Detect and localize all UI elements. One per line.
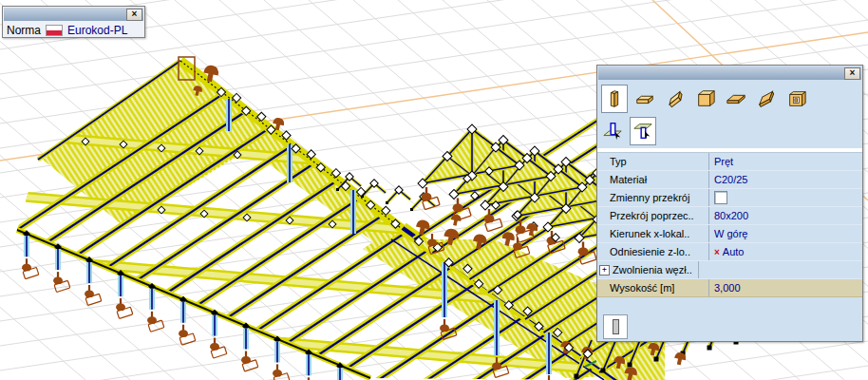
property-label: Przekrój poprzec.. (597, 207, 709, 224)
surface-inclined-icon[interactable] (753, 85, 780, 113)
member-type-icon-row (597, 81, 862, 113)
property-label: Zmienny przekrój (597, 189, 709, 206)
close-icon[interactable]: × (844, 67, 860, 80)
surface-vertical-icon[interactable] (692, 85, 719, 113)
property-label: Materiał (597, 171, 709, 188)
properties-table: Typ Pręt Materiał C20/25 Zmienny przekró… (597, 153, 862, 297)
property-value[interactable]: W górę (709, 228, 862, 239)
extrude-member-down-icon[interactable] (630, 117, 656, 145)
property-label: Typ (597, 153, 709, 170)
extrude-member-up-icon[interactable] (599, 117, 626, 145)
member-inclined-icon[interactable] (662, 85, 689, 113)
property-label: Kierunek x-lokal.. (597, 225, 709, 242)
property-value[interactable]: 3,000 (709, 282, 862, 294)
vertical-bar-icon (613, 319, 619, 334)
norma-toolbar: × Norma Eurokod-PL (2, 6, 145, 38)
norma-label: Norma (7, 24, 41, 37)
property-row-wysokosc: Wysokość [m] 3,000 (597, 279, 862, 297)
property-value-text: Auto (723, 246, 745, 257)
poland-flag-icon (46, 25, 63, 36)
property-row-kierunek: Kierunek x-lokal.. W górę (597, 225, 862, 243)
vertical-member-tool-button[interactable] (603, 314, 628, 339)
property-value (709, 191, 862, 204)
cad-application-viewport: { "norma_bar": { "label": "Norma", "stan… (0, 0, 868, 380)
property-label-text: Zwolnienia węzł.. (613, 264, 692, 276)
surface-opening-icon[interactable] (783, 85, 810, 113)
property-row-material: Materiał C20/25 (597, 171, 862, 189)
zmienny-przekroj-checkbox[interactable] (714, 191, 727, 204)
expand-plus-icon[interactable]: + (599, 265, 610, 276)
close-icon[interactable]: × (126, 9, 142, 21)
red-x-icon: × (714, 247, 720, 257)
property-row-typ: Typ Pręt (597, 153, 862, 171)
member-horizontal-icon[interactable] (632, 85, 658, 113)
property-label: +Zwolnienia węzł.. (597, 261, 699, 278)
property-row-odniesienie: Odniesienie z-lo.. ×Auto (597, 243, 862, 261)
property-value[interactable]: C20/25 (709, 174, 862, 185)
property-label: Wysokość [m] (597, 279, 709, 296)
surface-horizontal-icon[interactable] (723, 85, 749, 113)
extrude-icon-row (597, 113, 862, 145)
properties-panel-titlebar[interactable]: × (598, 66, 861, 80)
property-value[interactable]: Pręt (709, 156, 862, 167)
property-value[interactable]: 80x200 (709, 210, 862, 221)
property-value[interactable]: ×Auto (709, 246, 862, 257)
norma-toolbar-titlebar[interactable]: × (4, 8, 143, 21)
property-row-przekroj: Przekrój poprzec.. 80x200 (597, 207, 862, 225)
property-row-zmienny-przekroj: Zmienny przekrój (597, 189, 862, 207)
property-row-zwolnienia: +Zwolnienia węzł.. (597, 261, 862, 279)
properties-panel: × (596, 65, 863, 342)
design-standard-value[interactable]: Eurokod-PL (67, 24, 127, 37)
member-vertical-icon[interactable] (601, 85, 628, 113)
property-label: Odniesienie z-lo.. (597, 243, 709, 260)
